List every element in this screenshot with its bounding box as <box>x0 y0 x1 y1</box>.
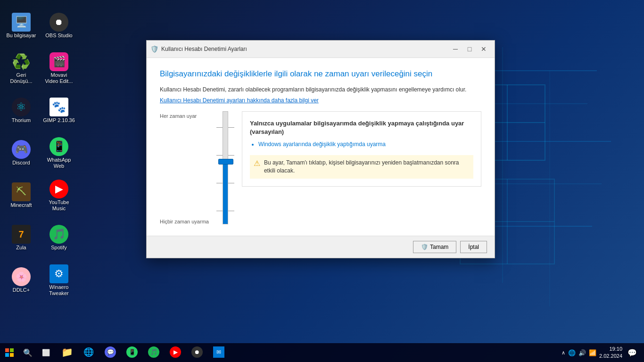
dialog-body: Bilgisayarınızdaki değişikliklerle ilgil… <box>147 58 495 236</box>
clock-time: 19:10 <box>599 346 622 353</box>
cancel-button[interactable]: İptal <box>460 241 487 253</box>
dash-1: — <box>216 123 223 131</box>
taskbar-search-button[interactable]: 🔍 <box>19 344 37 362</box>
dialog-minimize-button[interactable]: ─ <box>448 43 462 55</box>
slider-dashes-left: — — — — <box>216 111 223 224</box>
taskbar: 🔍 ⬜ 📁 🌐 💬 📱 🎵 ▶ ⏺ ✉ ∧ 🌐 🔊 📶 19:10 2.02.2… <box>0 343 644 362</box>
taskbar-discord[interactable]: 💬 <box>100 343 121 362</box>
taskbar-right: ∧ 🌐 🔊 📶 19:10 2.02.2024 💬 <box>561 343 644 362</box>
info-box-title: Yalnızca uygulamalar bilgisayarımda deği… <box>250 119 473 136</box>
start-button[interactable] <box>0 343 19 362</box>
dialog-overlay: 🛡️ Kullanıcı Hesabı Denetimi Ayarları ─ … <box>0 0 644 343</box>
windows-logo-icon <box>5 348 14 357</box>
dash-r1: — <box>228 123 234 131</box>
taskbar-file-explorer[interactable]: 📁 <box>57 343 77 362</box>
dash-r2: — <box>228 151 234 158</box>
dialog-help-link[interactable]: Kullanıcı Hesabı Denetimi ayarları hakkı… <box>160 97 319 104</box>
info-box-warning: ⚠ Bu ayar, Tamam'ı tıklatıp, kişisel bil… <box>250 155 473 179</box>
warning-icon: ⚠ <box>254 159 260 168</box>
taskbar-whatsapp[interactable]: 📱 <box>122 343 142 362</box>
ok-icon: 🛡️ <box>421 244 428 250</box>
slider-thumb[interactable] <box>218 159 233 165</box>
taskbar-task-view-button[interactable]: ⬜ <box>37 344 55 362</box>
taskbar-youtube[interactable]: ▶ <box>165 343 186 362</box>
dialog-description: Kullanıcı Hesabı Denetimi, zararlı olabi… <box>160 85 481 94</box>
dash-r3: — <box>228 179 234 186</box>
slider-never-label: Hiçbir zaman uyarma <box>160 219 209 224</box>
dash-2: — <box>216 151 223 158</box>
system-tray-arrow[interactable]: ∧ <box>561 350 565 356</box>
notification-button[interactable]: 💬 <box>625 343 639 362</box>
info-box: Yalnızca uygulamalar bilgisayarımda deği… <box>242 111 481 187</box>
dialog-controls: ─ □ ✕ <box>448 43 491 55</box>
dialog-titlebar: 🛡️ Kullanıcı Hesabı Denetimi Ayarları ─ … <box>147 41 495 58</box>
svg-rect-13 <box>5 348 9 352</box>
dialog-maximize-button[interactable]: □ <box>462 43 477 55</box>
slider-fill <box>223 162 228 224</box>
warning-text: Bu ayar, Tamam'ı tıklatıp, kişisel bilgi… <box>264 159 470 175</box>
ok-label: Tamam <box>430 244 448 250</box>
dialog-footer: 🛡️ Tamam İptal <box>147 236 495 258</box>
taskbar-edge[interactable]: 🌐 <box>78 343 99 362</box>
taskbar-apps: 📁 🌐 💬 📱 🎵 ▶ ⏺ ✉ <box>57 343 561 362</box>
info-box-item: Windows ayarlarında değişiklik yaptığımd… <box>258 141 473 148</box>
slider-dashes-right: — — — — <box>228 111 234 224</box>
taskbar-mail[interactable]: ✉ <box>208 343 229 362</box>
taskbar-obs[interactable]: ⏺ <box>187 343 207 362</box>
slider-left-labels: Her zaman uyar Hiçbir zaman uyarma <box>160 111 209 224</box>
cancel-label: İptal <box>468 244 479 250</box>
svg-rect-15 <box>5 353 9 357</box>
info-box-list: Windows ayarlarında değişiklik yaptığımd… <box>250 141 473 148</box>
dash-r4: — <box>228 207 234 214</box>
volume-icon[interactable]: 🔊 <box>578 349 586 356</box>
slider-track[interactable] <box>223 111 228 224</box>
network-icon[interactable]: 🌐 <box>568 349 576 356</box>
uac-title-icon: 🛡️ <box>150 45 158 53</box>
uac-dialog: 🛡️ Kullanıcı Hesabı Denetimi Ayarları ─ … <box>146 40 495 258</box>
wifi-icon[interactable]: 📶 <box>589 349 596 356</box>
dialog-heading: Bilgisayarınızdaki değişikliklerle ilgil… <box>160 69 481 79</box>
dash-3: — <box>216 179 223 186</box>
slider-section: Her zaman uyar Hiçbir zaman uyarma — — —… <box>160 111 481 224</box>
dialog-title-text: Kullanıcı Hesabı Denetimi Ayarları <box>161 46 446 52</box>
taskbar-clock[interactable]: 19:10 2.02.2024 <box>599 346 622 360</box>
clock-date: 2.02.2024 <box>599 353 622 360</box>
slider-with-dashes: — — — — — — — — <box>216 111 234 224</box>
svg-rect-14 <box>10 348 14 352</box>
svg-rect-16 <box>10 353 14 357</box>
ok-button[interactable]: 🛡️ Tamam <box>413 241 456 253</box>
dialog-close-button[interactable]: ✕ <box>477 43 491 55</box>
dash-4: — <box>216 207 223 214</box>
taskbar-spotify[interactable]: 🎵 <box>143 343 164 362</box>
slider-always-label: Her zaman uyar <box>160 113 209 119</box>
